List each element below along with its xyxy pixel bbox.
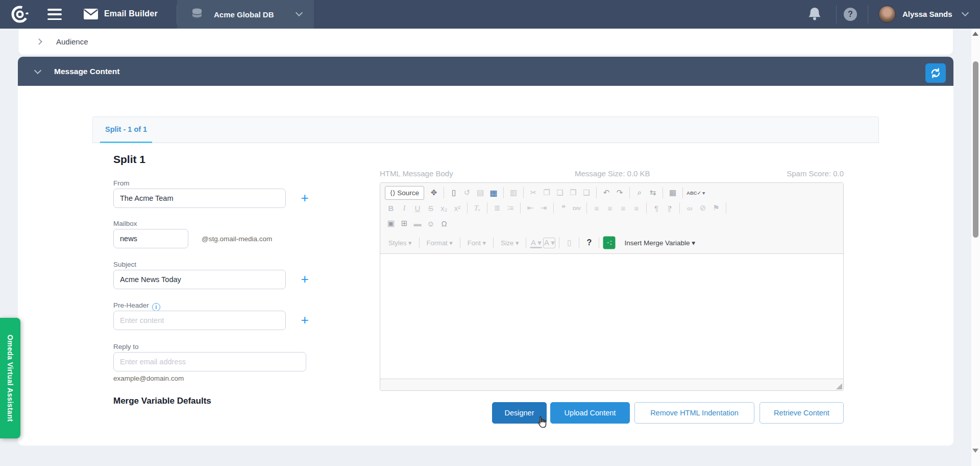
cut-icon[interactable]: ✂	[527, 187, 540, 199]
retrieve-content-button[interactable]: Retrieve Content	[760, 402, 844, 424]
mailbox-label: Mailbox	[113, 220, 137, 227]
bold-icon[interactable]: B	[385, 202, 397, 214]
undo-icon[interactable]: ↶	[600, 187, 612, 199]
decrease-indent-icon[interactable]: ⇤	[524, 202, 536, 214]
font-dropdown[interactable]: Font ▾	[464, 237, 489, 249]
horizontal-rule-icon[interactable]: ▬	[411, 217, 424, 229]
hamburger-menu-icon[interactable]	[47, 9, 62, 20]
background-color-icon[interactable]: A ▾	[543, 238, 555, 248]
separator	[629, 187, 630, 198]
refresh-icon	[930, 67, 941, 79]
remove-format-icon[interactable]: Tₓ	[471, 202, 483, 214]
assistant-label: Omeda Virtual Assistant	[6, 335, 14, 422]
separator	[553, 202, 554, 214]
audience-section-header[interactable]: Audience	[18, 29, 953, 55]
from-input[interactable]	[113, 189, 286, 208]
numbered-list-icon[interactable]: ≣	[491, 202, 503, 214]
editor-toolbar: ⟨⟩ Source✥▯↺▤▦▥✂❐❏❒❑↶↷⌕⇆▦ABC✓ ▾ BIUSx₂x²…	[380, 183, 843, 254]
scrollbar-up-arrow[interactable]	[972, 32, 978, 36]
copy-icon[interactable]: ❐	[541, 187, 553, 199]
add-preheader-button[interactable]: +	[298, 314, 311, 327]
align-center-icon[interactable]: ≡	[604, 202, 616, 214]
special-char-icon[interactable]: Ω	[438, 217, 450, 229]
tab-split-1[interactable]: Split - 1 of 1	[100, 117, 152, 143]
spellcheck-icon[interactable]: ABC✓ ▾	[687, 187, 705, 199]
format-dropdown[interactable]: Format ▾	[423, 237, 456, 249]
mobile-preview-icon[interactable]: ▯	[563, 237, 575, 249]
resize-grip[interactable]	[836, 383, 842, 389]
preview-icon[interactable]: ↺	[461, 187, 473, 199]
print-preview-icon[interactable]: ▤	[474, 187, 486, 199]
select-all-icon[interactable]: ▦	[667, 187, 679, 199]
unlink-icon[interactable]: ⊘	[697, 202, 709, 214]
align-justify-icon[interactable]: ≡	[630, 202, 643, 214]
editor-content-area[interactable]	[380, 254, 843, 379]
upload-content-button[interactable]: Upload Content	[550, 402, 630, 424]
refresh-button[interactable]	[925, 63, 946, 83]
notifications-bell-icon[interactable]	[808, 7, 821, 22]
preheader-label: Pre-Headeri	[113, 301, 160, 311]
user-avatar[interactable]	[878, 6, 896, 23]
share-icon[interactable]: ∴	[603, 237, 616, 249]
replace-icon[interactable]: ⇆	[647, 187, 659, 199]
remove-html-indentation-button[interactable]: Remove HTML Indentation	[634, 402, 754, 424]
paste-icon[interactable]: ❏	[554, 187, 566, 199]
help-icon[interactable]: ?	[583, 237, 595, 249]
database-chevron-down-icon[interactable]	[296, 9, 303, 16]
help-icon[interactable]: ?	[844, 8, 857, 21]
scrollbar-down-arrow[interactable]	[972, 449, 978, 453]
paste-plain-text-icon[interactable]: ▥	[507, 187, 520, 199]
maximize-icon[interactable]: ✥	[428, 187, 440, 199]
image-icon[interactable]: ▣	[385, 217, 397, 229]
database-selector[interactable]: Acme Global DB	[177, 0, 314, 29]
smiley-icon[interactable]: ☺	[425, 217, 437, 229]
templates-icon[interactable]: ▦	[487, 187, 500, 199]
app-title: Email Builder	[104, 9, 158, 18]
align-right-icon[interactable]: ≡	[617, 202, 629, 214]
separator	[679, 202, 680, 214]
omeda-virtual-assistant-tab[interactable]: Omeda Virtual Assistant	[0, 318, 20, 438]
paste-word-icon[interactable]: ❑	[580, 187, 593, 199]
find-icon[interactable]: ⌕	[633, 187, 646, 199]
designer-button[interactable]: Designer	[492, 402, 547, 424]
align-left-icon[interactable]: ≡	[591, 202, 603, 214]
add-from-button[interactable]: +	[298, 192, 311, 205]
replyto-input[interactable]	[113, 352, 306, 371]
omeda-logo-icon[interactable]	[10, 5, 30, 24]
user-name[interactable]: Alyssa Sands	[902, 10, 952, 18]
chevron-down-icon	[34, 66, 41, 74]
subject-input[interactable]	[113, 270, 286, 289]
link-icon[interactable]: ∞	[683, 202, 696, 214]
redo-icon[interactable]: ↷	[614, 187, 626, 199]
anchor-icon[interactable]: ⚑	[710, 202, 722, 214]
underline-icon[interactable]: U	[411, 202, 424, 214]
preheader-info-icon[interactable]: i	[152, 303, 160, 311]
text-direction-ltr-icon[interactable]: ¶	[650, 202, 663, 214]
strikethrough-icon[interactable]: S	[425, 202, 437, 214]
styles-dropdown[interactable]: Styles ▾	[385, 237, 415, 249]
size-dropdown[interactable]: Size ▾	[497, 237, 522, 249]
preheader-input[interactable]	[113, 311, 286, 330]
add-subject-button[interactable]: +	[298, 273, 311, 286]
italic-icon[interactable]: I	[398, 202, 410, 214]
text-direction-rtl-icon[interactable]: ¶	[664, 202, 676, 214]
new-page-icon[interactable]: ▯	[448, 187, 460, 199]
user-menu-chevron-down-icon[interactable]	[962, 9, 969, 16]
mailbox-input[interactable]	[113, 229, 188, 248]
scrollbar-thumb[interactable]	[973, 61, 978, 238]
insert-merge-variable-dropdown[interactable]: Insert Merge Variable ▾	[620, 237, 699, 249]
superscript-icon[interactable]: x²	[451, 202, 463, 214]
separator	[460, 237, 460, 248]
subscript-icon[interactable]: x₂	[438, 202, 450, 214]
message-content-section-header[interactable]: Message Content	[18, 57, 953, 86]
toolbar-row-2: BIUSx₂x²Tₓ≣∶≡⇤⇥❝DIV≡≡≡≡¶¶∞⊘⚑	[384, 200, 839, 216]
table-icon[interactable]: ⊞	[398, 217, 410, 229]
paste-text-icon[interactable]: ❒	[567, 187, 579, 199]
source-button[interactable]: ⟨⟩ Source	[385, 186, 424, 200]
bulleted-list-icon[interactable]: ∶≡	[504, 202, 517, 214]
text-color-icon[interactable]: A ▾	[530, 238, 542, 248]
blockquote-icon[interactable]: ❝	[557, 202, 570, 214]
increase-indent-icon[interactable]: ⇥	[537, 202, 550, 214]
div-container-icon[interactable]: DIV	[571, 202, 583, 214]
merge-variable-defaults-heading: Merge Variable Defaults	[113, 396, 211, 406]
